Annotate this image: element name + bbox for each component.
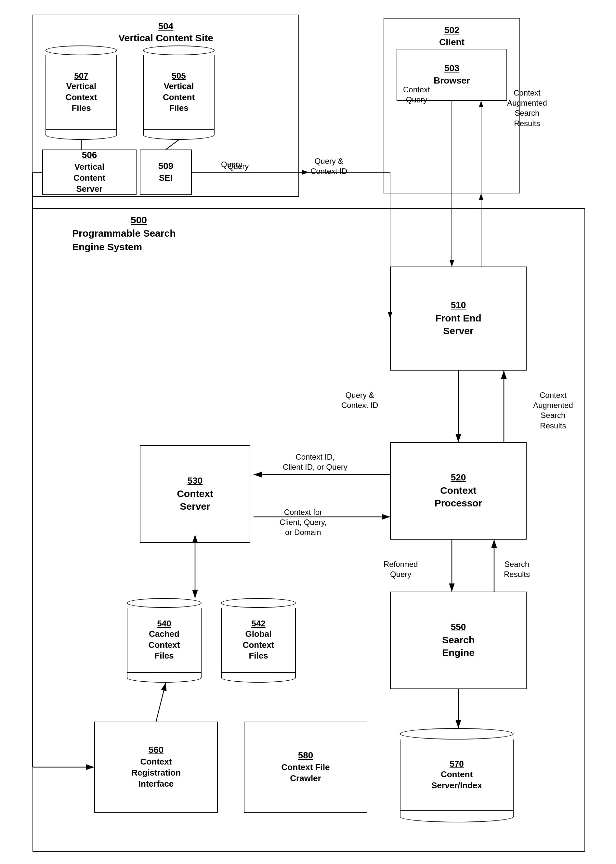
540-number: 540 <box>149 619 180 629</box>
570-number: 570 <box>431 759 482 769</box>
box-510: 510 Front EndServer <box>390 267 526 371</box>
510-label: Front EndServer <box>435 312 481 337</box>
diagram-container: 504 Vertical Content Site 507 VerticalCo… <box>0 0 616 864</box>
cylinder-507: 507 VerticalContextFiles <box>46 46 117 140</box>
context-id-label: Context ID,Client ID, or Query <box>283 452 347 472</box>
550-number: 550 <box>451 622 466 632</box>
504-label: Vertical Content Site <box>118 31 213 44</box>
box-502: 502 Client <box>383 18 520 193</box>
550-label: SearchEngine <box>442 633 475 659</box>
509-number: 509 <box>158 161 174 171</box>
505-label: VerticalContentFiles <box>163 81 195 114</box>
context-aug-results-mid-label: ContextAugmentedSearchResults <box>533 390 573 431</box>
580-number: 580 <box>298 750 313 760</box>
510-number: 510 <box>451 300 466 310</box>
502-label: Client <box>439 36 465 48</box>
box-520: 520 ContextProcessor <box>390 442 526 540</box>
context-for-label: Context forClient, Query,or Domain <box>280 507 327 538</box>
530-number: 530 <box>187 476 203 486</box>
reformed-query-label: ReformedQuery <box>383 559 418 579</box>
530-label: ContextServer <box>177 487 213 513</box>
560-number: 560 <box>149 745 164 755</box>
502-number: 502 <box>445 25 460 35</box>
cylinder-505: 505 VerticalContentFiles <box>143 46 215 140</box>
context-query-label: ContextQuery <box>403 85 430 105</box>
506-label: VerticalContentServer <box>74 162 105 195</box>
503-number: 503 <box>445 63 460 74</box>
542-label: GlobalContextFiles <box>243 629 274 661</box>
query-label: Query <box>221 159 242 170</box>
540-label: CachedContextFiles <box>149 629 180 661</box>
box-560: 560 ContextRegistrationInterface <box>94 722 218 813</box>
520-label: ContextProcessor <box>435 484 482 509</box>
cylinder-540: 540 CachedContextFiles <box>127 598 201 683</box>
query-context-id-top-label: Query &Context ID <box>310 156 347 176</box>
box-530: 530 ContextServer <box>140 445 250 543</box>
context-aug-results-top-label: ContextAugmentedSearchResults <box>507 88 547 129</box>
cylinder-542: 542 GlobalContextFiles <box>221 598 296 683</box>
query-context-id-mid-label: Query &Context ID <box>341 390 378 410</box>
580-label: Context FileCrawler <box>281 762 330 784</box>
520-number: 520 <box>451 472 466 483</box>
search-results-label: SearchResults <box>504 559 530 579</box>
507-label: VerticalContextFiles <box>66 81 97 114</box>
570-label: ContentServer/Index <box>431 769 482 791</box>
509-label: SEI <box>159 173 173 184</box>
cylinder-570: 570 ContentServer/Index <box>400 728 514 822</box>
504-number: 504 <box>158 21 174 31</box>
box-509: 509 SEI <box>140 149 192 195</box>
503-label: Browser <box>434 75 470 86</box>
560-label: ContextRegistrationInterface <box>131 756 181 789</box>
506-number: 506 <box>82 150 97 160</box>
507-number: 507 <box>66 71 97 81</box>
505-number: 505 <box>163 71 195 81</box>
542-number: 542 <box>243 619 274 629</box>
500-number: 500 <box>131 215 147 226</box>
box-506: 506 VerticalContentServer <box>42 149 137 195</box>
box-580: 580 Context FileCrawler <box>244 722 367 813</box>
box-550: 550 SearchEngine <box>390 592 526 689</box>
500-label: Programmable SearchEngine System <box>72 226 176 254</box>
